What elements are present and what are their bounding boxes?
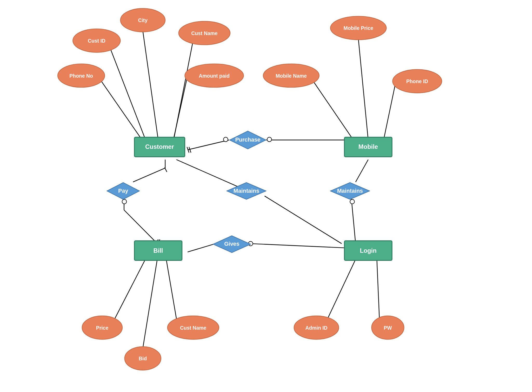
attr-bid-label: Bid	[139, 356, 147, 361]
entity-mobile-label: Mobile	[358, 143, 378, 150]
connector-phoneid-mobile	[384, 80, 396, 140]
attr-pw-label: PW	[384, 325, 392, 331]
connector-gives-login	[250, 244, 350, 248]
attr-amount-paid-label: Amount paid	[199, 73, 229, 79]
connector-customer-purchase-left	[188, 140, 229, 150]
attr-mobile-price-label: Mobile Price	[344, 25, 373, 31]
rel-pay-label: Pay	[118, 188, 128, 194]
rel-maintains-right-label: Maintains	[337, 188, 363, 194]
attr-phone-id-label: Phone ID	[406, 78, 428, 84]
connector-adminid-login	[328, 253, 358, 318]
connector-customer-maintains	[176, 160, 246, 190]
cardinality-circle1	[223, 137, 228, 142]
connector-amountpaid-customer	[172, 76, 188, 145]
attr-admin-id-label: Admin ID	[305, 325, 327, 331]
rel-purchase-label: Purchase	[235, 136, 260, 143]
svg-line-1	[189, 147, 191, 153]
connector-bill-gives	[188, 244, 216, 252]
cardinality-circle3	[122, 199, 127, 204]
entity-bill-label: Bill	[154, 247, 163, 254]
entity-login-label: Login	[360, 247, 377, 254]
cardinality-circle5	[350, 199, 354, 204]
connector-mobile-maintains-right	[356, 160, 368, 182]
rel-gives-label: Gives	[224, 241, 240, 247]
connector-phoneno-customer	[97, 76, 145, 145]
attr-cust-id-label: Cust ID	[88, 38, 105, 44]
connector-pay-bill	[124, 210, 157, 243]
attr-cust-name2-label: Cust Name	[180, 325, 207, 331]
cardinality-circle2	[267, 137, 271, 142]
entity-customer-label: Customer	[145, 143, 174, 150]
connector-pw-login	[377, 253, 380, 318]
rel-maintains-center-label: Maintains	[234, 188, 259, 194]
connector-mobilename-mobile	[309, 76, 353, 140]
connector-custid-customer	[109, 46, 145, 140]
attr-city-label: City	[138, 17, 148, 23]
connector-mobileprice-mobile	[358, 39, 368, 140]
svg-line-4	[165, 168, 167, 172]
attr-price-label: Price	[96, 325, 109, 331]
connector-price-bill	[115, 253, 148, 318]
connector-city-customer	[143, 31, 158, 140]
er-diagram: Customer Mobile Bill Login Purchase Pay …	[0, 0, 532, 392]
connector-maintains-login	[265, 196, 342, 244]
connector-customer-pay	[133, 168, 165, 182]
connector-custname2-bill	[165, 253, 176, 318]
attr-mobile-name-label: Mobile Name	[276, 73, 307, 79]
connector-bid-bill	[143, 253, 158, 348]
attr-cust-name-label: Cust Name	[191, 30, 218, 36]
connector-maintainsright-login	[351, 199, 356, 243]
attr-phone-no-label: Phone No	[69, 73, 93, 79]
